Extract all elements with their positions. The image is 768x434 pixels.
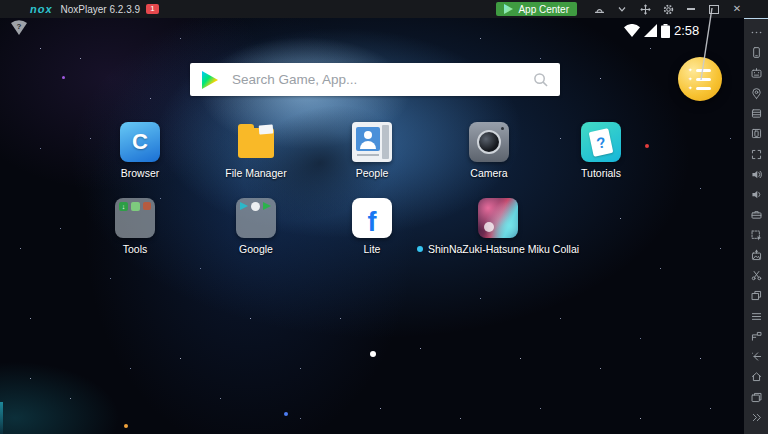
miku-game-icon	[478, 198, 518, 238]
google-folder-icon	[236, 198, 276, 238]
minimize-icon[interactable]	[684, 2, 698, 16]
maximize-icon[interactable]	[707, 2, 721, 16]
google-play-icon[interactable]	[202, 71, 218, 89]
play-triangle-icon	[504, 4, 513, 14]
fold-icon[interactable]	[615, 2, 629, 16]
app-label: People	[356, 167, 389, 179]
collapse-sidebar-icon[interactable]	[748, 410, 764, 425]
shared-folder-icon[interactable]	[748, 106, 764, 121]
nox-toolbar	[744, 0, 768, 434]
app-file-manager[interactable]: File Manager	[206, 122, 306, 179]
nox-logo: nox	[30, 3, 53, 15]
folder-tools[interactable]: ↓ Tools	[85, 198, 185, 255]
app-facebook-lite[interactable]: f Lite	[322, 198, 422, 255]
folder-label: Google	[239, 243, 273, 255]
battery-icon	[661, 24, 670, 38]
more-options-icon[interactable]	[748, 25, 764, 40]
virtual-location-icon[interactable]	[748, 86, 764, 101]
move-icon[interactable]	[638, 2, 652, 16]
app-people[interactable]: People	[322, 122, 422, 179]
facebook-lite-icon: f	[352, 198, 392, 238]
volume-up-icon[interactable]	[748, 167, 764, 182]
toolbox-icon[interactable]	[748, 207, 764, 222]
app-label: Browser	[121, 167, 160, 179]
app-label: Camera	[470, 167, 507, 179]
android-home-screen: ? 2:58 C	[0, 18, 744, 434]
blue-star	[284, 412, 288, 416]
scissors-icon[interactable]	[748, 268, 764, 283]
folder-google[interactable]: Google	[206, 198, 306, 255]
search-bar	[190, 63, 560, 96]
status-bar-right: 2:58	[624, 23, 699, 38]
update-badge[interactable]: 1	[146, 4, 159, 14]
browser-icon: C	[120, 122, 160, 162]
macro-recorder-icon[interactable]	[748, 228, 764, 243]
app-camera[interactable]: Camera	[439, 122, 539, 179]
close-icon[interactable]: ✕	[730, 2, 744, 16]
wifi-question-icon: ?	[10, 20, 28, 36]
title-bar: nox NoxPlayer 6.2.3.9 1 App Center	[0, 0, 768, 18]
shortcut-icon[interactable]	[748, 329, 764, 344]
volume-down-icon[interactable]	[748, 187, 764, 202]
noxplayer-window: nox NoxPlayer 6.2.3.9 1 App Center	[0, 0, 768, 434]
app-label: File Manager	[225, 167, 286, 179]
keyboard-mapping-icon[interactable]	[748, 66, 764, 81]
wifi-icon	[624, 24, 640, 37]
rotate-screen-icon[interactable]	[748, 45, 764, 60]
nebula-edge	[0, 402, 3, 434]
app-center-label: App Center	[518, 4, 569, 15]
settings-gear-icon[interactable]	[661, 2, 675, 16]
tools-folder-icon: ↓	[115, 198, 155, 238]
menu-icon[interactable]	[748, 309, 764, 324]
search-icon[interactable]	[533, 72, 548, 87]
page-indicator-dot	[370, 351, 376, 357]
screenshot-icon[interactable]	[748, 126, 764, 141]
svg-text:?: ?	[17, 22, 22, 31]
home-icon[interactable]	[748, 369, 764, 384]
camera-icon	[469, 122, 509, 162]
quest-list-floating-button[interactable]: ✦ ✦ ✦	[678, 57, 722, 101]
search-input[interactable]	[230, 71, 533, 88]
star-bullet-icon: ✦	[688, 85, 693, 91]
app-label: ShinNaZuki-Hatsune Miku Collai	[428, 243, 579, 255]
window-title: NoxPlayer 6.2.3.9	[61, 4, 141, 15]
app-label: Tutorials	[581, 167, 621, 179]
star-bullet-icon: ✦	[688, 76, 693, 82]
boss-key-hat-icon[interactable]	[592, 2, 606, 16]
app-label: Lite	[364, 243, 381, 255]
apk-install-icon[interactable]	[748, 248, 764, 263]
recents-icon[interactable]	[748, 390, 764, 405]
folder-label: Tools	[123, 243, 148, 255]
star-field	[0, 18, 1, 19]
new-app-dot	[417, 246, 423, 252]
clock: 2:58	[674, 23, 699, 38]
purple-star	[62, 76, 65, 79]
app-tutorials[interactable]: ? Tutorials	[551, 122, 651, 179]
file-manager-icon	[236, 122, 276, 162]
app-browser[interactable]: C Browser	[90, 122, 190, 179]
orange-star	[124, 424, 128, 428]
tutorials-icon: ?	[581, 122, 621, 162]
signal-icon	[644, 24, 657, 37]
back-icon[interactable]	[748, 349, 764, 364]
multi-instance-icon[interactable]	[748, 288, 764, 303]
star-bullet-icon: ✦	[688, 67, 693, 73]
app-miku-game[interactable]: ShinNaZuki-Hatsune Miku Collai	[413, 198, 583, 255]
people-icon	[352, 122, 392, 162]
fullscreen-icon[interactable]	[748, 147, 764, 162]
app-center-button[interactable]: App Center	[496, 2, 577, 16]
